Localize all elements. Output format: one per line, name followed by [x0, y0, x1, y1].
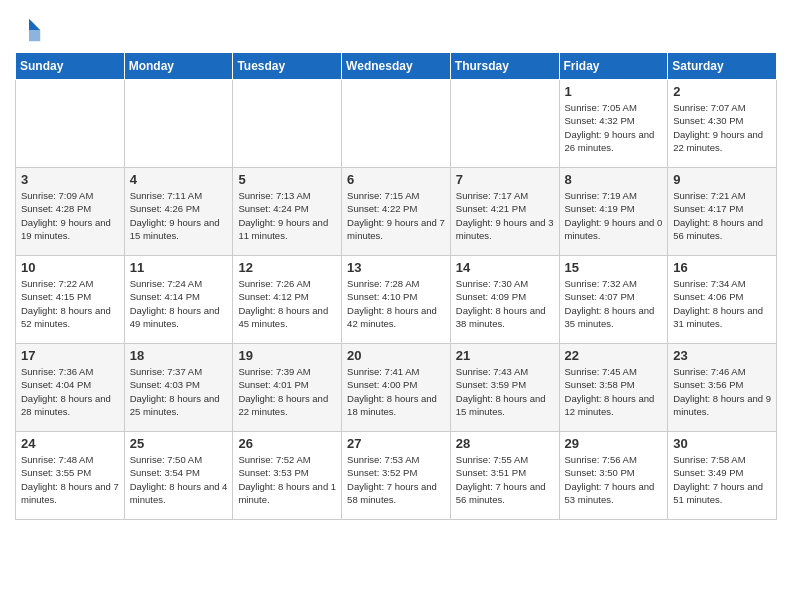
day-info: Sunrise: 7:39 AM Sunset: 4:01 PM Dayligh…	[238, 365, 336, 418]
day-info: Sunrise: 7:17 AM Sunset: 4:21 PM Dayligh…	[456, 189, 554, 242]
day-number: 12	[238, 260, 336, 275]
day-info: Sunrise: 7:09 AM Sunset: 4:28 PM Dayligh…	[21, 189, 119, 242]
day-number: 7	[456, 172, 554, 187]
day-info: Sunrise: 7:28 AM Sunset: 4:10 PM Dayligh…	[347, 277, 445, 330]
svg-marker-0	[29, 19, 40, 30]
weekday-row: SundayMondayTuesdayWednesdayThursdayFrid…	[16, 53, 777, 80]
calendar-cell: 18Sunrise: 7:37 AM Sunset: 4:03 PM Dayli…	[124, 344, 233, 432]
calendar-cell: 26Sunrise: 7:52 AM Sunset: 3:53 PM Dayli…	[233, 432, 342, 520]
day-number: 4	[130, 172, 228, 187]
calendar-cell: 8Sunrise: 7:19 AM Sunset: 4:19 PM Daylig…	[559, 168, 668, 256]
day-number: 26	[238, 436, 336, 451]
day-number: 22	[565, 348, 663, 363]
calendar-cell: 4Sunrise: 7:11 AM Sunset: 4:26 PM Daylig…	[124, 168, 233, 256]
day-number: 2	[673, 84, 771, 99]
day-info: Sunrise: 7:36 AM Sunset: 4:04 PM Dayligh…	[21, 365, 119, 418]
day-info: Sunrise: 7:37 AM Sunset: 4:03 PM Dayligh…	[130, 365, 228, 418]
calendar-cell	[16, 80, 125, 168]
day-info: Sunrise: 7:21 AM Sunset: 4:17 PM Dayligh…	[673, 189, 771, 242]
day-number: 30	[673, 436, 771, 451]
calendar-cell	[342, 80, 451, 168]
day-info: Sunrise: 7:26 AM Sunset: 4:12 PM Dayligh…	[238, 277, 336, 330]
header	[15, 10, 777, 44]
calendar-header: SundayMondayTuesdayWednesdayThursdayFrid…	[16, 53, 777, 80]
day-number: 6	[347, 172, 445, 187]
day-info: Sunrise: 7:41 AM Sunset: 4:00 PM Dayligh…	[347, 365, 445, 418]
calendar-cell: 29Sunrise: 7:56 AM Sunset: 3:50 PM Dayli…	[559, 432, 668, 520]
weekday-header: Wednesday	[342, 53, 451, 80]
calendar-body: 1Sunrise: 7:05 AM Sunset: 4:32 PM Daylig…	[16, 80, 777, 520]
day-number: 15	[565, 260, 663, 275]
calendar-cell: 27Sunrise: 7:53 AM Sunset: 3:52 PM Dayli…	[342, 432, 451, 520]
day-info: Sunrise: 7:45 AM Sunset: 3:58 PM Dayligh…	[565, 365, 663, 418]
day-info: Sunrise: 7:19 AM Sunset: 4:19 PM Dayligh…	[565, 189, 663, 242]
day-number: 20	[347, 348, 445, 363]
day-number: 8	[565, 172, 663, 187]
logo	[15, 16, 47, 44]
calendar-cell: 19Sunrise: 7:39 AM Sunset: 4:01 PM Dayli…	[233, 344, 342, 432]
calendar-cell	[450, 80, 559, 168]
day-number: 25	[130, 436, 228, 451]
calendar-cell: 25Sunrise: 7:50 AM Sunset: 3:54 PM Dayli…	[124, 432, 233, 520]
day-info: Sunrise: 7:34 AM Sunset: 4:06 PM Dayligh…	[673, 277, 771, 330]
calendar-cell	[124, 80, 233, 168]
day-info: Sunrise: 7:13 AM Sunset: 4:24 PM Dayligh…	[238, 189, 336, 242]
day-info: Sunrise: 7:30 AM Sunset: 4:09 PM Dayligh…	[456, 277, 554, 330]
day-number: 23	[673, 348, 771, 363]
weekday-header: Thursday	[450, 53, 559, 80]
calendar-cell: 20Sunrise: 7:41 AM Sunset: 4:00 PM Dayli…	[342, 344, 451, 432]
calendar-cell: 24Sunrise: 7:48 AM Sunset: 3:55 PM Dayli…	[16, 432, 125, 520]
day-number: 29	[565, 436, 663, 451]
calendar-cell	[233, 80, 342, 168]
day-info: Sunrise: 7:05 AM Sunset: 4:32 PM Dayligh…	[565, 101, 663, 154]
day-number: 9	[673, 172, 771, 187]
day-number: 3	[21, 172, 119, 187]
day-info: Sunrise: 7:50 AM Sunset: 3:54 PM Dayligh…	[130, 453, 228, 506]
day-info: Sunrise: 7:58 AM Sunset: 3:49 PM Dayligh…	[673, 453, 771, 506]
calendar-cell: 2Sunrise: 7:07 AM Sunset: 4:30 PM Daylig…	[668, 80, 777, 168]
calendar-cell: 11Sunrise: 7:24 AM Sunset: 4:14 PM Dayli…	[124, 256, 233, 344]
calendar-cell: 6Sunrise: 7:15 AM Sunset: 4:22 PM Daylig…	[342, 168, 451, 256]
day-info: Sunrise: 7:46 AM Sunset: 3:56 PM Dayligh…	[673, 365, 771, 418]
calendar-cell: 23Sunrise: 7:46 AM Sunset: 3:56 PM Dayli…	[668, 344, 777, 432]
day-number: 10	[21, 260, 119, 275]
calendar-cell: 17Sunrise: 7:36 AM Sunset: 4:04 PM Dayli…	[16, 344, 125, 432]
day-info: Sunrise: 7:32 AM Sunset: 4:07 PM Dayligh…	[565, 277, 663, 330]
day-number: 17	[21, 348, 119, 363]
calendar: SundayMondayTuesdayWednesdayThursdayFrid…	[15, 52, 777, 520]
logo-icon	[15, 16, 43, 44]
calendar-cell: 15Sunrise: 7:32 AM Sunset: 4:07 PM Dayli…	[559, 256, 668, 344]
calendar-cell: 12Sunrise: 7:26 AM Sunset: 4:12 PM Dayli…	[233, 256, 342, 344]
day-number: 27	[347, 436, 445, 451]
day-info: Sunrise: 7:56 AM Sunset: 3:50 PM Dayligh…	[565, 453, 663, 506]
svg-marker-1	[29, 30, 40, 41]
day-number: 11	[130, 260, 228, 275]
calendar-week-row: 1Sunrise: 7:05 AM Sunset: 4:32 PM Daylig…	[16, 80, 777, 168]
calendar-cell: 1Sunrise: 7:05 AM Sunset: 4:32 PM Daylig…	[559, 80, 668, 168]
day-number: 28	[456, 436, 554, 451]
calendar-cell: 14Sunrise: 7:30 AM Sunset: 4:09 PM Dayli…	[450, 256, 559, 344]
weekday-header: Tuesday	[233, 53, 342, 80]
day-info: Sunrise: 7:22 AM Sunset: 4:15 PM Dayligh…	[21, 277, 119, 330]
day-info: Sunrise: 7:55 AM Sunset: 3:51 PM Dayligh…	[456, 453, 554, 506]
calendar-week-row: 24Sunrise: 7:48 AM Sunset: 3:55 PM Dayli…	[16, 432, 777, 520]
calendar-week-row: 17Sunrise: 7:36 AM Sunset: 4:04 PM Dayli…	[16, 344, 777, 432]
day-info: Sunrise: 7:07 AM Sunset: 4:30 PM Dayligh…	[673, 101, 771, 154]
day-number: 13	[347, 260, 445, 275]
calendar-cell: 16Sunrise: 7:34 AM Sunset: 4:06 PM Dayli…	[668, 256, 777, 344]
day-info: Sunrise: 7:11 AM Sunset: 4:26 PM Dayligh…	[130, 189, 228, 242]
calendar-cell: 21Sunrise: 7:43 AM Sunset: 3:59 PM Dayli…	[450, 344, 559, 432]
day-number: 5	[238, 172, 336, 187]
calendar-cell: 28Sunrise: 7:55 AM Sunset: 3:51 PM Dayli…	[450, 432, 559, 520]
day-number: 21	[456, 348, 554, 363]
day-info: Sunrise: 7:53 AM Sunset: 3:52 PM Dayligh…	[347, 453, 445, 506]
calendar-cell: 13Sunrise: 7:28 AM Sunset: 4:10 PM Dayli…	[342, 256, 451, 344]
day-info: Sunrise: 7:43 AM Sunset: 3:59 PM Dayligh…	[456, 365, 554, 418]
day-number: 19	[238, 348, 336, 363]
calendar-cell: 3Sunrise: 7:09 AM Sunset: 4:28 PM Daylig…	[16, 168, 125, 256]
day-number: 24	[21, 436, 119, 451]
calendar-cell: 9Sunrise: 7:21 AM Sunset: 4:17 PM Daylig…	[668, 168, 777, 256]
calendar-cell: 7Sunrise: 7:17 AM Sunset: 4:21 PM Daylig…	[450, 168, 559, 256]
day-number: 14	[456, 260, 554, 275]
weekday-header: Friday	[559, 53, 668, 80]
